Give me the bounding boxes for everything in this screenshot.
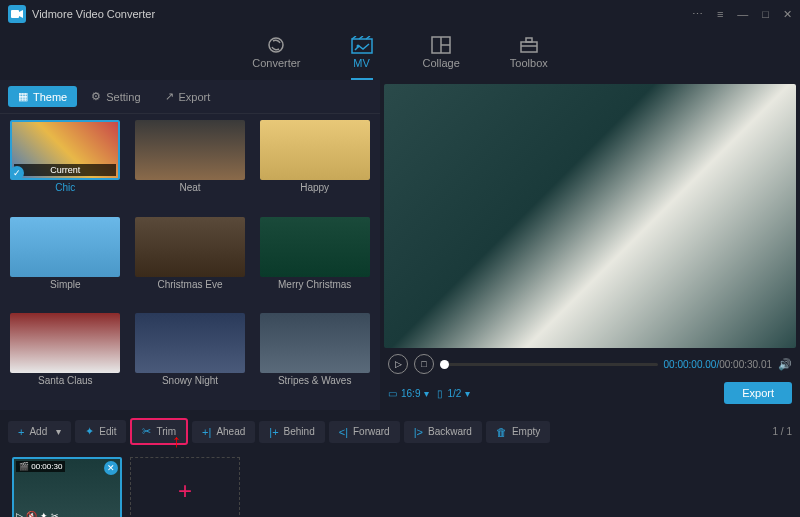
svg-rect-8 <box>526 38 532 42</box>
edit-clip-icon[interactable]: ✦ <box>40 511 48 517</box>
tab-toolbox[interactable]: Toolbox <box>510 36 548 80</box>
trim-button[interactable]: ✂Trim <box>130 418 188 445</box>
theme-item[interactable]: Santa Claus <box>6 313 125 404</box>
trash-icon: 🗑 <box>496 426 507 438</box>
theme-item[interactable]: Merry Christmas <box>255 217 374 308</box>
chevron-down-icon: ▾ <box>465 388 470 399</box>
theme-grid: Current✓Chic Neat Happy Simple Christmas… <box>0 114 380 410</box>
subtab-theme[interactable]: ▦Theme <box>8 86 77 107</box>
mv-icon <box>351 36 373 54</box>
backward-icon: |> <box>414 426 423 438</box>
chevron-down-icon: ▾ <box>424 388 429 399</box>
time-display: 00:00:00.00/00:00:30.01 <box>664 359 772 370</box>
theme-item[interactable]: Happy <box>255 120 374 211</box>
volume-icon[interactable]: 🔊 <box>778 358 792 371</box>
tab-mv[interactable]: MV <box>351 36 373 80</box>
preview-panel: ▷ □ 00:00:00.00/00:00:30.01 🔊 ▭16:9▾ ▯1/… <box>380 80 800 410</box>
timeline: 🎬 00:00:30 ✕ ▷ 🔇 ✦ ✂ + <box>0 453 800 517</box>
tab-converter[interactable]: Converter <box>252 36 300 80</box>
trim-clip-icon[interactable]: ✂ <box>51 511 59 517</box>
forward-button[interactable]: <|Forward <box>329 421 400 443</box>
close-icon[interactable]: ✕ <box>783 8 792 21</box>
empty-button[interactable]: 🗑Empty <box>486 421 550 443</box>
export-button[interactable]: Export <box>724 382 792 404</box>
page-select[interactable]: ▯1/2▾ <box>437 388 470 399</box>
play-button[interactable]: ▷ <box>388 354 408 374</box>
edit-button[interactable]: ✦Edit <box>75 420 126 443</box>
behind-button[interactable]: |+Behind <box>259 421 324 443</box>
behind-icon: |+ <box>269 426 278 438</box>
clip-item[interactable]: 🎬 00:00:30 ✕ ▷ 🔇 ✦ ✂ <box>12 457 122 517</box>
plus-icon: + <box>18 426 24 438</box>
add-button[interactable]: +Add▾ <box>8 421 71 443</box>
clip-duration: 🎬 00:00:30 <box>16 461 65 472</box>
toolbox-icon <box>518 36 540 54</box>
theme-item[interactable]: Christmas Eve <box>131 217 250 308</box>
chevron-down-icon: ▾ <box>56 426 61 437</box>
collage-icon <box>430 36 452 54</box>
theme-icon: ▦ <box>18 90 28 103</box>
clip-toolbar: +Add▾ ✦Edit ✂Trim +|Ahead |+Behind <|For… <box>0 410 800 453</box>
aspect-ratio-select[interactable]: ▭16:9▾ <box>388 388 429 399</box>
menu-icon[interactable]: ≡ <box>717 8 723 20</box>
converter-icon <box>265 36 287 54</box>
video-preview[interactable] <box>384 84 796 348</box>
mute-icon[interactable]: 🔇 <box>26 511 37 517</box>
export-icon: ↗ <box>165 90 174 103</box>
app-logo <box>8 5 26 23</box>
subtab-export[interactable]: ↗Export <box>155 86 221 107</box>
check-icon: ✓ <box>10 166 24 180</box>
play-icon[interactable]: ▷ <box>16 511 23 517</box>
main-tabs: Converter MV Collage Toolbox <box>0 28 800 80</box>
svg-rect-0 <box>11 10 19 18</box>
feedback-icon[interactable]: ⋯ <box>692 8 703 21</box>
aspect-icon: ▭ <box>388 388 397 399</box>
maximize-icon[interactable]: □ <box>762 8 769 20</box>
page-indicator: 1 / 1 <box>773 426 792 437</box>
scissors-icon: ✂ <box>142 425 151 438</box>
page-icon: ▯ <box>437 388 443 399</box>
remove-clip-icon[interactable]: ✕ <box>104 461 118 475</box>
gear-icon: ⚙ <box>91 90 101 103</box>
svg-rect-2 <box>352 39 372 53</box>
theme-item[interactable]: Snowy Night <box>131 313 250 404</box>
titlebar: Vidmore Video Converter ⋯ ≡ — □ ✕ <box>0 0 800 28</box>
theme-item[interactable]: Stripes & Waves <box>255 313 374 404</box>
theme-item[interactable]: Simple <box>6 217 125 308</box>
minimize-icon[interactable]: — <box>737 8 748 20</box>
theme-item[interactable]: Current✓Chic <box>6 120 125 211</box>
theme-panel: ▦Theme ⚙Setting ↗Export Current✓Chic Nea… <box>0 80 380 410</box>
add-clip-button[interactable]: + <box>130 457 240 517</box>
ahead-button[interactable]: +|Ahead <box>192 421 255 443</box>
forward-icon: <| <box>339 426 348 438</box>
app-title: Vidmore Video Converter <box>32 8 155 20</box>
tab-collage[interactable]: Collage <box>423 36 460 80</box>
wand-icon: ✦ <box>85 425 94 438</box>
subtab-setting[interactable]: ⚙Setting <box>81 86 150 107</box>
backward-button[interactable]: |>Backward <box>404 421 482 443</box>
ahead-icon: +| <box>202 426 211 438</box>
theme-item[interactable]: Neat <box>131 120 250 211</box>
stop-button[interactable]: □ <box>414 354 434 374</box>
progress-bar[interactable] <box>440 363 658 366</box>
svg-rect-7 <box>521 42 537 52</box>
